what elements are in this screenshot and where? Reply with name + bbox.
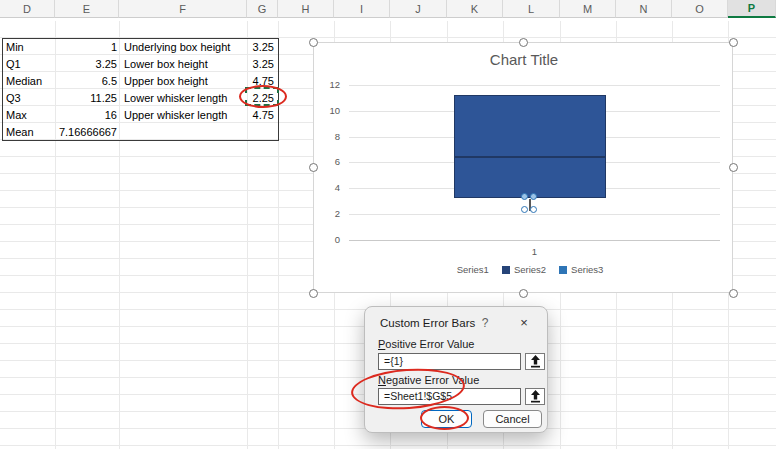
cell-f4[interactable]: Upper box height	[120, 73, 247, 90]
column-header-p-selected[interactable]: P	[728, 0, 776, 18]
cell-g3[interactable]: 3.25	[247, 56, 278, 73]
legend-item-series2[interactable]: Series2	[502, 264, 546, 275]
chart-resize-handle[interactable]	[309, 163, 318, 172]
y-axis-tick-label: 8	[314, 131, 340, 143]
chart-title[interactable]: Chart Title	[314, 51, 734, 68]
column-header-f[interactable]: F	[119, 0, 247, 18]
chart-legend[interactable]: Series1 Series2 Series3	[314, 264, 734, 275]
table-row: Q3 11.25 Lower whisker length 2.25	[3, 90, 278, 107]
column-header-k[interactable]: K	[447, 0, 503, 18]
table-row: Q1 3.25 Lower box height 3.25	[3, 56, 278, 73]
y-axis-tick-label: 0	[314, 234, 340, 246]
cell-e7[interactable]: 7.16666667	[56, 124, 120, 141]
chart-resize-handle[interactable]	[729, 163, 738, 172]
positive-error-value-input[interactable]: ={1}	[378, 353, 521, 370]
collapse-dialog-icon	[530, 390, 541, 403]
error-bar-handle[interactable]	[530, 206, 537, 213]
median-divider-line	[455, 156, 605, 158]
annotation-ellipse-g5-value	[239, 85, 287, 108]
table-row: Min 1 Underlying box height 3.25	[3, 39, 278, 56]
legend-swatch-series3	[559, 266, 567, 274]
excel-sheet-view: D E F G H I J K L M N O P Min 1 Underlyi…	[0, 0, 776, 449]
legend-label: Series2	[514, 264, 546, 275]
chart-resize-handle[interactable]	[309, 289, 318, 298]
chart-resize-handle[interactable]	[729, 38, 738, 47]
cell-f7[interactable]	[120, 124, 247, 141]
column-header-g[interactable]: G	[247, 0, 278, 18]
cell-d3[interactable]: Q1	[3, 56, 56, 73]
chart-resize-handle[interactable]	[309, 38, 318, 47]
cancel-button[interactable]: Cancel	[483, 410, 542, 428]
column-header-e[interactable]: E	[55, 0, 119, 18]
table-row: Max 16 Upper whisker length 4.75	[3, 107, 278, 124]
cell-f2[interactable]: Underlying box height	[120, 39, 247, 56]
positive-error-value-label: Positive Error Value	[378, 338, 474, 350]
help-icon[interactable]: ?	[477, 316, 493, 330]
error-bar-handle[interactable]	[530, 193, 537, 200]
y-axis-tick-label: 10	[314, 105, 340, 117]
x-axis-category-label: 1	[349, 246, 720, 257]
table-row: Median 6.5 Upper box height 4.75	[3, 73, 278, 90]
column-header-m[interactable]: M	[560, 0, 616, 18]
cell-f5[interactable]: Lower whisker length	[120, 90, 247, 107]
column-header-h[interactable]: H	[278, 0, 334, 18]
cell-d4[interactable]: Median	[3, 73, 56, 90]
chart-resize-handle[interactable]	[519, 289, 528, 298]
cell-f6[interactable]: Upper whisker length	[120, 107, 247, 124]
cell-e2[interactable]: 1	[56, 39, 120, 56]
y-axis-tick-label: 2	[314, 208, 340, 220]
column-headers: D E F G H I J K L M N O P	[0, 0, 776, 18]
column-header-i[interactable]: I	[334, 0, 390, 18]
cell-d6[interactable]: Max	[3, 107, 56, 124]
chart-resize-handle[interactable]	[519, 38, 528, 47]
error-bar-handle[interactable]	[521, 193, 528, 200]
cell-e3[interactable]: 3.25	[56, 56, 120, 73]
cell-d2[interactable]: Min	[3, 39, 56, 56]
legend-swatch-series2	[502, 266, 510, 274]
y-axis-tick-label: 12	[314, 79, 340, 91]
collapse-dialog-button[interactable]	[525, 353, 545, 370]
chart-x-axis-line	[349, 240, 720, 241]
cell-g7[interactable]	[247, 124, 278, 141]
chart[interactable]: Chart Title 12 10 8 6 4 2 0 1 Series1	[313, 42, 733, 293]
collapse-dialog-button[interactable]	[525, 388, 545, 405]
legend-label: Series1	[457, 264, 489, 275]
column-header-j[interactable]: J	[390, 0, 447, 18]
cell-g2[interactable]: 3.25	[247, 39, 278, 56]
table-row: Mean 7.16666667	[3, 124, 278, 141]
cell-f3[interactable]: Lower box height	[120, 56, 247, 73]
cell-e5[interactable]: 11.25	[56, 90, 120, 107]
column-header-d[interactable]: D	[0, 0, 55, 18]
stats-table: Min 1 Underlying box height 3.25 Q1 3.25…	[2, 38, 279, 141]
dialog-title: Custom Error Bars	[380, 317, 475, 329]
chart-resize-handle[interactable]	[729, 289, 738, 298]
column-header-l[interactable]: L	[503, 0, 560, 18]
chart-gridline	[349, 214, 720, 215]
cell-d7[interactable]: Mean	[3, 124, 56, 141]
legend-swatch-series1	[445, 266, 453, 274]
error-bar-handle[interactable]	[521, 206, 528, 213]
column-header-o[interactable]: O	[672, 0, 728, 18]
cell-g6[interactable]: 4.75	[247, 107, 278, 124]
annotation-ellipse-ok-button	[420, 406, 469, 430]
column-header-n[interactable]: N	[616, 0, 672, 18]
box-plot-body[interactable]	[454, 95, 606, 198]
cell-e4[interactable]: 6.5	[56, 73, 120, 90]
cell-e6[interactable]: 16	[56, 107, 120, 124]
y-axis-tick-label: 4	[314, 182, 340, 194]
chart-gridline	[349, 85, 720, 86]
collapse-dialog-icon	[530, 355, 541, 368]
legend-item-series3[interactable]: Series3	[559, 264, 603, 275]
legend-label: Series3	[571, 264, 603, 275]
close-icon[interactable]: ×	[516, 315, 532, 330]
legend-item-series1[interactable]: Series1	[445, 264, 489, 275]
cell-d5[interactable]: Q3	[3, 90, 56, 107]
